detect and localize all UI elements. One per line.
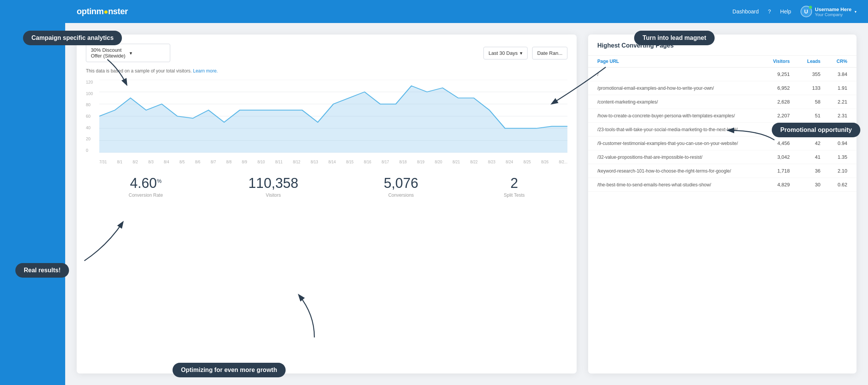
td-visitors: 9,251 [751,71,790,77]
td-leads: 355 [790,71,820,77]
stat-conversion-rate: 4.60% Conversion Rate [128,176,163,198]
td-visitors: 4,456 [751,140,790,146]
callout-lead-magnet: Turn into lead magnet [634,31,715,45]
td-url: /9-customer-testimonial-examples-that-yo… [597,141,751,146]
nav-right: Dashboard ? Help U Username Here Your Co… [733,6,856,17]
split-tests-value: 2 [504,176,524,191]
td-leads: 133 [790,85,820,91]
table-title: Highest Converting Pages [588,35,856,56]
table-panel: Highest Converting Pages Page URL Visito… [588,35,856,373]
chevron-down-icon: ▾ [130,50,165,56]
avatar: U [801,6,812,17]
dashboard-link[interactable]: Dashboard [733,8,759,15]
th-page-url: Page URL [597,59,751,64]
main-content: 30% Discount Offer (Sitewide) ▾ Last 30 … [65,23,868,385]
td-url: /content-marketing-examples/ [597,99,751,105]
callout-optimizing: Optimizing for even more growth [173,363,286,377]
campaign-select-label: 30% Discount Offer (Sitewide) [91,47,127,59]
callout-campaign-analytics: Campaign specific analytics [23,31,122,45]
chevron-down-icon: ▾ [520,50,523,56]
conversions-value: 5,076 [384,176,418,191]
callout-real-results: Real results! [15,263,69,278]
campaign-select[interactable]: 30% Discount Offer (Sitewide) ▾ [86,44,170,62]
date-select-label: Last 30 Days [488,50,518,56]
callout-promotional: Promotional opportunity [772,123,860,137]
logo: optinm●nster [77,7,128,16]
td-visitors: 6,952 [751,85,790,91]
td-url: /keyword-research-101-how-to-choose-the-… [597,168,751,174]
td-visitors: 2,628 [751,99,790,105]
table-row: /9-customer-testimonial-examples-that-yo… [588,137,856,150]
td-visitors: 2,207 [751,113,790,118]
td-cr: 2.10 [820,168,847,174]
td-cr: 2.31 [820,113,847,118]
stat-split-tests: 2 Split Tests [504,176,524,198]
chart-svg [99,80,567,153]
th-cr: CR% [820,59,847,64]
navbar: optinm●nster Dashboard ? Help U Username… [65,0,868,23]
date-select[interactable]: Last 30 Days ▾ [483,47,528,59]
table-row: /promotional-email-examples-and-how-to-w… [588,81,856,95]
th-visitors: Visitors [751,59,790,64]
chart-area [99,80,567,153]
chart-x-labels: 7/31 8/1 8/2 8/3 8/4 8/5 8/6 8/7 8/8 8/9… [99,160,567,164]
analytics-panel: 30% Discount Offer (Sitewide) ▾ Last 30 … [77,35,577,373]
td-url: /23-tools-that-will-take-your-social-med… [597,127,751,132]
td-cr: 1.35 [820,154,847,160]
chart-y-labels: 0 20 40 60 80 100 120 [86,80,97,153]
split-tests-label: Split Tests [504,192,524,198]
learn-more-link[interactable]: Learn more. [193,68,218,74]
stats-row: 4.60% Conversion Rate 110,358 Visitors 5… [86,176,567,198]
user-info: Username Here Your Company [815,7,852,17]
td-leads: 41 [790,154,820,160]
stat-conversions: 5,076 Conversions [384,176,418,198]
table-row: / 9,251 355 3.84 [588,67,856,81]
td-cr: 3.84 [820,71,847,77]
sidebar [0,0,65,385]
td-leads: 30 [790,182,820,188]
td-url: /the-best-time-to-send-emails-heres-what… [597,182,751,188]
conversion-rate-value: 4.60% [128,176,163,191]
table-row: /32-value-propositions-that-are-impossib… [588,150,856,164]
td-visitors: 4,829 [751,182,790,188]
help-icon[interactable]: ? [768,8,771,15]
td-url: /promotional-email-examples-and-how-to-w… [597,86,751,91]
td-leads: 36 [790,168,820,174]
chevron-down-icon: ▾ [855,10,856,14]
conversion-rate-label: Conversion Rate [128,192,163,198]
td-url: / [597,72,751,77]
stat-visitors: 110,358 Visitors [248,176,298,198]
td-cr: 0.94 [820,140,847,146]
user-menu[interactable]: U Username Here Your Company ▾ [801,6,856,17]
data-note: This data is based on a sample of your t… [86,68,567,74]
th-leads: Leads [790,59,820,64]
visitors-label: Visitors [248,192,298,198]
table-row: /keyword-research-101-how-to-choose-the-… [588,164,856,178]
table-row: /the-best-time-to-send-emails-heres-what… [588,178,856,192]
filter-row: 30% Discount Offer (Sitewide) ▾ Last 30 … [86,44,567,62]
visitors-value: 110,358 [248,176,298,191]
td-visitors: 1,718 [751,168,790,174]
chart-container: 0 20 40 60 80 100 120 [86,80,567,164]
td-leads: 58 [790,99,820,105]
td-cr: 2.21 [820,99,847,105]
table-row: /how-to-create-a-concrete-buyer-persona-… [588,109,856,123]
td-url: /how-to-create-a-concrete-buyer-persona-… [597,113,751,118]
notification-dot [809,6,812,9]
td-cr: 0.62 [820,182,847,188]
td-visitors: 3,042 [751,154,790,160]
table-header: Page URL Visitors Leads CR% [588,56,856,67]
td-url: /32-value-propositions-that-are-impossib… [597,155,751,160]
help-link[interactable]: Help [780,8,791,15]
table-row: /content-marketing-examples/ 2,628 58 2.… [588,95,856,109]
td-leads: 42 [790,140,820,146]
date-range-button[interactable]: Date Ran... [532,47,567,59]
td-cr: 1.91 [820,85,847,91]
table-body: / 9,251 355 3.84 /promotional-email-exam… [588,67,856,373]
conversions-label: Conversions [384,192,418,198]
td-leads: 51 [790,113,820,118]
